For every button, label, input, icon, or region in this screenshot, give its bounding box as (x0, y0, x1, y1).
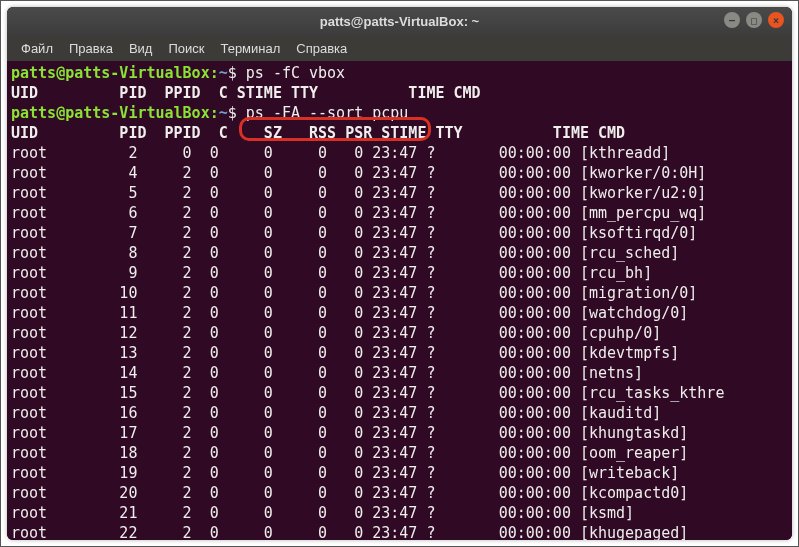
menu-edit[interactable]: Правка (61, 41, 121, 56)
terminal-window: patts@patts-VirtualBox: ~ – □ × Файл Пра… (7, 7, 792, 540)
minimize-button[interactable]: – (724, 12, 740, 28)
menu-terminal[interactable]: Терминал (212, 41, 288, 56)
titlebar: patts@patts-VirtualBox: ~ – □ × (7, 7, 792, 35)
menu-help[interactable]: Справка (288, 41, 355, 56)
maximize-button[interactable]: □ (746, 12, 762, 28)
menu-view[interactable]: Вид (121, 41, 161, 56)
menu-search[interactable]: Поиск (160, 41, 212, 56)
close-button[interactable]: × (768, 12, 784, 28)
window-title: patts@patts-VirtualBox: ~ (320, 14, 479, 29)
menu-file[interactable]: Файл (13, 41, 61, 56)
menubar: Файл Правка Вид Поиск Терминал Справка (7, 35, 792, 61)
terminal-output[interactable]: patts@patts-VirtualBox:~$ ps -fC vboxUID… (7, 61, 792, 540)
window-controls: – □ × (724, 12, 784, 28)
